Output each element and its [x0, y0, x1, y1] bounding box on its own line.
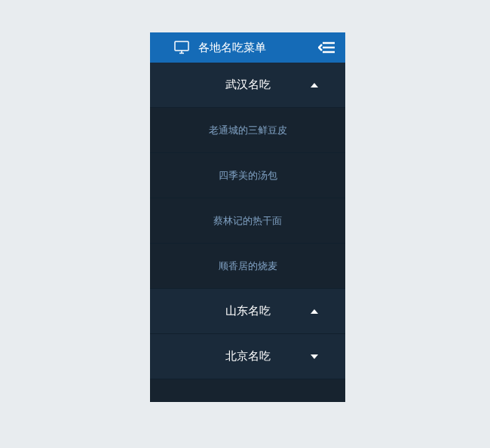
menu-category-label: 北京名吃: [225, 349, 271, 364]
menu-title: 各地名吃菜单: [198, 41, 318, 55]
monitor-icon: [174, 41, 189, 54]
submenu-item-label: 顺香居的烧麦: [219, 259, 277, 273]
submenu-item[interactable]: 老通城的三鲜豆皮: [150, 108, 345, 153]
submenu-item-label: 蔡林记的热干面: [213, 214, 282, 228]
menu-category-label: 武汉名吃: [225, 78, 271, 92]
submenu-wuhan: 老通城的三鲜豆皮 四季美的汤包 蔡林记的热干面 顺香居的烧麦: [150, 108, 345, 289]
menu-header: 各地名吃菜单: [150, 32, 345, 63]
submenu-item-label: 老通城的三鲜豆皮: [209, 124, 287, 137]
svg-rect-0: [175, 41, 188, 51]
submenu-item-label: 四季美的汤包: [219, 169, 277, 183]
menu-category-label: 山东名吃: [225, 304, 271, 318]
chevron-up-icon: [311, 83, 318, 87]
submenu-item[interactable]: 顺香居的烧麦: [150, 244, 345, 289]
submenu-item[interactable]: 四季美的汤包: [150, 153, 345, 198]
menu-category-shandong[interactable]: 山东名吃: [150, 289, 345, 334]
menu-bottom-spacer: [150, 379, 345, 402]
collapse-menu-icon[interactable]: [318, 41, 335, 54]
submenu-item[interactable]: 蔡林记的热干面: [150, 198, 345, 244]
chevron-up-icon: [311, 309, 318, 314]
menu-category-wuhan[interactable]: 武汉名吃: [150, 63, 345, 108]
menu-category-beijing[interactable]: 北京名吃: [150, 334, 345, 379]
chevron-down-icon: [311, 354, 318, 359]
sidebar-menu: 各地名吃菜单 武汉名吃 老通城的三鲜豆皮 四季美的汤包 蔡林记的热干面 顺香居的…: [150, 32, 345, 402]
